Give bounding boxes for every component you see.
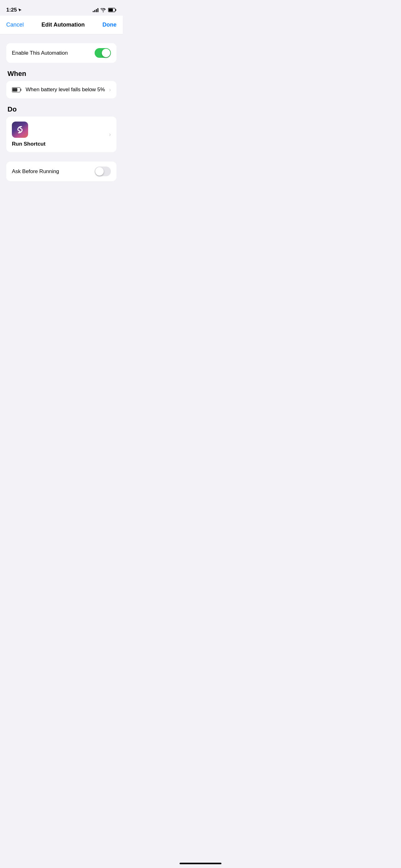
done-button[interactable]: Done <box>102 22 116 28</box>
status-bar: 1:25 <box>0 0 123 16</box>
signal-bars-icon <box>93 8 98 12</box>
page-wrapper: 1:25 <box>0 0 123 266</box>
run-shortcut-row[interactable]: Run Shortcut › <box>12 117 111 152</box>
ask-before-row: Ask Before Running <box>12 161 111 181</box>
location-arrow-icon <box>18 8 22 12</box>
run-shortcut-label: Run Shortcut <box>12 141 45 147</box>
do-card: Run Shortcut › <box>6 117 116 152</box>
status-time: 1:25 <box>6 7 22 13</box>
enable-automation-label: Enable This Automation <box>12 50 68 56</box>
cancel-button[interactable]: Cancel <box>6 22 24 28</box>
do-chevron-icon: › <box>109 131 111 138</box>
trigger-row[interactable]: When battery level falls below 5% › <box>12 81 111 98</box>
time-display: 1:25 <box>6 7 17 13</box>
page-title: Edit Automation <box>41 22 85 28</box>
status-icons <box>93 8 116 12</box>
enable-automation-toggle[interactable] <box>95 48 111 58</box>
svg-rect-2 <box>109 9 113 11</box>
nav-bar: Cancel Edit Automation Done <box>0 16 123 34</box>
toggle-thumb <box>102 49 110 57</box>
battery-icon <box>108 8 116 12</box>
ask-before-label: Ask Before Running <box>12 168 59 175</box>
when-card: When battery level falls below 5% › <box>6 81 116 98</box>
enable-automation-card: Enable This Automation <box>6 43 116 63</box>
shortcuts-app-icon <box>12 122 28 138</box>
main-content: Enable This Automation When <box>0 34 123 193</box>
when-chevron-icon: › <box>109 87 111 93</box>
shortcuts-logo-icon <box>15 125 25 135</box>
shortcut-icon-area: Run Shortcut <box>12 122 45 147</box>
when-section-header: When <box>7 70 116 78</box>
ask-before-card: Ask Before Running <box>6 161 116 181</box>
wifi-icon <box>101 8 106 12</box>
ask-before-toggle[interactable] <box>95 166 111 176</box>
svg-rect-4 <box>20 89 21 91</box>
battery-trigger-icon <box>12 87 22 92</box>
svg-rect-1 <box>115 9 116 11</box>
enable-automation-row: Enable This Automation <box>12 43 111 63</box>
ask-before-section: Ask Before Running <box>6 161 116 181</box>
trigger-content: When battery level falls below 5% <box>12 87 109 93</box>
svg-rect-5 <box>12 88 18 91</box>
ask-before-toggle-thumb <box>95 167 104 176</box>
do-section-header: Do <box>7 105 116 114</box>
trigger-label: When battery level falls below 5% <box>26 87 105 93</box>
